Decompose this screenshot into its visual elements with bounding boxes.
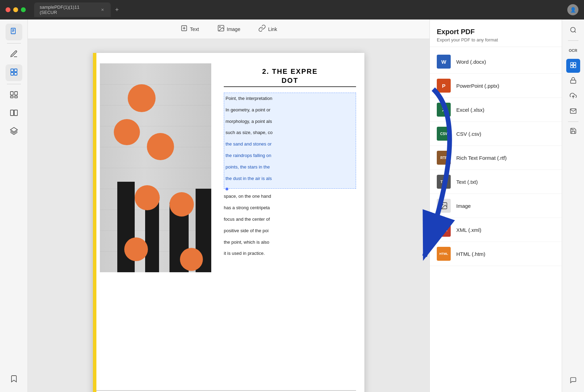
sidebar-item-organize[interactable] <box>6 87 22 104</box>
divider-1 <box>7 43 21 44</box>
rtf-icon: RTF <box>437 151 451 165</box>
chapter-title-line2: DOT <box>224 76 356 85</box>
body-text-7: focus and the center of <box>224 217 270 222</box>
sidebar-item-bookmark[interactable] <box>6 371 22 388</box>
right-divider-1 <box>568 40 578 41</box>
format-list: W Word (.docx) P PowerPoint (.pptx) X Ex… <box>430 47 562 392</box>
svg-rect-12 <box>10 110 14 116</box>
body-text-6: has a strong centripeta <box>224 205 270 210</box>
sidebar-item-edit[interactable] <box>6 64 22 81</box>
format-item-excel[interactable]: X Excel (.xlsx) <box>430 98 562 122</box>
svg-rect-28 <box>573 65 576 68</box>
excel-label: Excel (.xlsx) <box>456 107 484 113</box>
bookmark-icon <box>10 375 18 385</box>
organize-icon <box>10 91 18 101</box>
pdf-area: Text Image <box>28 19 429 392</box>
excel-icon: X <box>437 103 451 117</box>
svg-rect-26 <box>573 62 576 65</box>
sidebar-search-button[interactable] <box>566 24 580 38</box>
yellow-bar <box>93 53 96 392</box>
svg-rect-13 <box>14 110 17 116</box>
sidebar-email-button[interactable] <box>566 105 580 119</box>
link-tool-label: Link <box>268 26 277 32</box>
svg-rect-25 <box>570 62 573 65</box>
word-label: Word (.docx) <box>456 59 486 65</box>
text-tool-label: Text <box>190 26 199 32</box>
format-item-csv[interactable]: CSV CSV (.csv) <box>430 122 562 146</box>
sidebar-item-layers[interactable] <box>6 123 22 140</box>
new-tab-button[interactable]: + <box>112 5 122 15</box>
format-item-html[interactable]: HTML HTML (.htm) <box>430 242 562 266</box>
text-tool-button[interactable]: Text <box>175 22 204 36</box>
sidebar-export-button[interactable] <box>566 59 580 73</box>
format-item-image[interactable]: Image <box>430 194 562 218</box>
image-tool-icon <box>217 24 225 34</box>
artwork-image <box>100 63 211 272</box>
avatar-initials: 👤 <box>570 7 576 13</box>
text-tool-icon <box>180 24 188 34</box>
svg-rect-27 <box>570 65 573 68</box>
link-tool-button[interactable]: Link <box>253 22 282 36</box>
titlebar: samplePDF(1)(1)11 (SECUR ✕ + 👤 <box>0 0 584 19</box>
panel-title: Export PDF <box>437 28 555 36</box>
highlighted-text-1: the sand and stones or <box>226 141 271 147</box>
txt-label: Text (.txt) <box>456 179 478 185</box>
svg-point-23 <box>570 27 575 32</box>
svg-point-22 <box>442 204 443 205</box>
body-text-10: it is used in practice. <box>224 251 265 256</box>
sidebar-comment-button[interactable] <box>566 374 580 388</box>
body-text-1: Point, the interpretation <box>226 96 272 101</box>
right-sidebar: OCR <box>562 19 584 392</box>
svg-line-24 <box>574 31 576 32</box>
format-item-txt[interactable]: TXT Text (.txt) <box>430 170 562 194</box>
right-divider-2 <box>568 121 578 122</box>
sidebar-ocr-button[interactable]: OCR <box>566 44 580 57</box>
svg-rect-7 <box>14 72 17 75</box>
save-icon <box>570 127 577 136</box>
pages-icon <box>10 27 18 37</box>
word-icon: W <box>437 55 451 69</box>
maximize-button[interactable] <box>21 7 26 12</box>
sidebar-item-compare[interactable] <box>6 105 22 122</box>
xml-label: XML (.xml) <box>456 227 481 233</box>
svg-rect-8 <box>10 92 13 95</box>
highlighted-text-3: points, the stars in the <box>226 164 270 170</box>
share-icon <box>570 92 577 101</box>
artwork-side <box>100 63 218 391</box>
image-tool-label: Image <box>227 26 240 32</box>
layers-icon <box>10 127 18 137</box>
toolbar: Text Image <box>28 19 429 39</box>
format-item-rtf[interactable]: RTF Rich Text Format (.rtf) <box>430 146 562 170</box>
page-content[interactable]: 2. THE EXPRE DOT Point, the interpretati… <box>28 39 429 392</box>
svg-rect-29 <box>570 80 576 83</box>
send-icon <box>570 108 577 116</box>
sidebar-save-button[interactable] <box>566 125 580 139</box>
main-area: Text Image <box>0 19 584 392</box>
traffic-lights <box>6 7 26 12</box>
svg-rect-0 <box>11 28 15 34</box>
image-tool-button[interactable]: Image <box>212 22 245 36</box>
format-item-xml[interactable]: XML XML (.xml) <box>430 218 562 242</box>
link-tool-icon <box>258 24 266 34</box>
sidebar-item-annotate[interactable] <box>6 46 22 63</box>
body-text-9: the point, which is also <box>224 240 269 245</box>
sidebar-protect-button[interactable] <box>566 74 580 88</box>
avatar[interactable]: 👤 <box>567 4 578 15</box>
close-button[interactable] <box>6 7 10 12</box>
sidebar-item-pages[interactable] <box>6 24 22 40</box>
format-item-powerpoint[interactable]: P PowerPoint (.pptx) <box>430 74 562 98</box>
tab-close-button[interactable]: ✕ <box>100 7 105 13</box>
sidebar-share-button[interactable] <box>566 89 580 103</box>
svg-rect-6 <box>11 72 14 75</box>
left-sidebar <box>0 19 28 392</box>
html-label: HTML (.htm) <box>456 251 486 257</box>
rtf-label: Rich Text Format (.rtf) <box>456 155 507 161</box>
format-item-word[interactable]: W Word (.docx) <box>430 50 562 74</box>
selection-handle[interactable] <box>226 188 228 190</box>
active-tab[interactable]: samplePDF(1)(1)11 (SECUR ✕ <box>34 2 111 17</box>
minimize-button[interactable] <box>13 7 18 12</box>
image-format-icon <box>437 199 451 213</box>
divider-2 <box>7 84 21 84</box>
txt-icon: TXT <box>437 175 451 189</box>
svg-rect-10 <box>10 96 13 98</box>
